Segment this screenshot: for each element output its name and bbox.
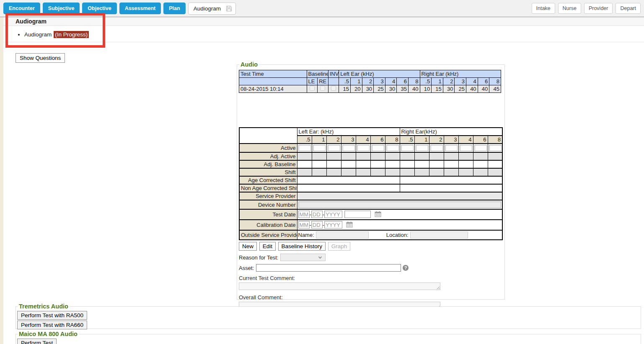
depart-button[interactable]: Depart: [616, 3, 641, 14]
audiogram-item-label: Audiogram: [24, 31, 52, 38]
edit-button[interactable]: Edit: [259, 242, 276, 251]
active-input[interactable]: [298, 145, 311, 151]
left-value: 35: [397, 85, 409, 93]
perform-test-ra660-button[interactable]: Perform Test with RA660: [17, 321, 87, 329]
detail-corner-cell: [239, 128, 297, 144]
active-input[interactable]: [445, 145, 458, 151]
active-input[interactable]: [401, 145, 414, 151]
current-test-comment-textarea[interactable]: [239, 282, 440, 290]
save-icon[interactable]: [226, 5, 232, 12]
plan-button[interactable]: Plan: [163, 3, 185, 14]
active-input[interactable]: [474, 145, 487, 151]
row-label-service-provider: Service Provider: [239, 192, 297, 200]
baseline-re-checkbox: [320, 86, 325, 91]
test-date-dd-input[interactable]: [311, 211, 323, 218]
row-label-adj-active: Adj. Active: [239, 152, 297, 160]
freq-header: 4: [458, 136, 473, 144]
right-value: 15: [432, 85, 443, 93]
left-value: 15: [339, 85, 351, 93]
resize-handle-icon[interactable]: [436, 285, 440, 289]
audio-fieldset: Audio Test Time Baseline INV Left Ear (k…: [237, 61, 505, 300]
active-input[interactable]: [386, 145, 399, 151]
calibration-date-dd-input[interactable]: [311, 221, 323, 228]
active-input[interactable]: [313, 145, 326, 151]
reason-for-test-select[interactable]: [280, 254, 326, 261]
active-input[interactable]: [460, 145, 472, 151]
freq-header: 1: [414, 136, 429, 144]
age-corrected-left-cell: [297, 176, 400, 184]
active-input[interactable]: [489, 145, 502, 151]
assessment-button[interactable]: Assessment: [119, 3, 161, 14]
provider-button[interactable]: Provider: [584, 3, 613, 14]
intake-button[interactable]: Intake: [532, 3, 555, 14]
subjective-button[interactable]: Subjective: [43, 3, 80, 14]
top-toolbar: Encounter Subjective Objective Assessmen…: [0, 0, 644, 17]
perform-test-button[interactable]: Perform Test: [17, 339, 57, 344]
non-age-corrected-right-cell: [400, 184, 502, 192]
freq-header: 6: [478, 78, 489, 85]
toolbar-right-group: Intake Nurse Provider Depart: [532, 3, 641, 14]
col-test-time: Test Time: [239, 70, 307, 78]
active-input[interactable]: [416, 145, 428, 151]
left-value: 25: [374, 85, 385, 93]
active-input[interactable]: [430, 145, 443, 151]
calibration-date-yyyy-input[interactable]: [324, 221, 342, 228]
baseline-le-cell: [307, 85, 318, 93]
active-input[interactable]: [342, 145, 355, 151]
freq-header: 1: [432, 78, 443, 85]
left-value: 20: [350, 85, 362, 93]
perform-test-ra500-button[interactable]: Perform Test with RA500: [17, 311, 87, 320]
freq-header: 6: [397, 78, 409, 85]
row-label-device-number: Device Number: [239, 200, 297, 209]
test-date-yyyy-input[interactable]: [324, 211, 342, 218]
asset-row: Asset: ?: [239, 264, 503, 272]
show-questions-button[interactable]: Show Questions: [16, 53, 65, 63]
active-input[interactable]: [328, 145, 340, 151]
audiogram-list: Audiogram(In Progress): [3, 26, 644, 42]
col-empty: [239, 78, 307, 85]
audio-actions: New Edit Baseline History Graph: [239, 242, 503, 251]
calibration-date-mm-input[interactable]: [298, 221, 310, 228]
freq-header: 6: [473, 136, 488, 144]
baseline-re-cell: [318, 85, 328, 93]
right-value: 25: [455, 85, 466, 93]
freq-header: 1: [350, 78, 362, 85]
freq-header: 4: [356, 136, 370, 144]
freq-header: 3: [444, 136, 458, 144]
calendar-icon[interactable]: [346, 221, 353, 229]
audiogram-list-item[interactable]: Audiogram(In Progress): [24, 31, 644, 38]
asset-input[interactable]: [256, 264, 401, 272]
test-time-input[interactable]: [344, 211, 371, 218]
graph-button: Graph: [328, 242, 351, 251]
baseline-history-button[interactable]: Baseline History: [278, 242, 326, 251]
encounter-button[interactable]: Encounter: [3, 3, 40, 14]
inv-checkbox: [331, 86, 336, 91]
detail-left-ear-header: Left Ear: (kHz): [297, 128, 400, 136]
col-le: LE: [307, 78, 318, 85]
help-icon[interactable]: ?: [403, 265, 409, 271]
nurse-button[interactable]: Nurse: [558, 3, 581, 14]
left-margin-strip: [0, 17, 3, 344]
freq-header: 2: [362, 78, 374, 85]
col-re: RE: [318, 78, 328, 85]
history-row[interactable]: 08-24-2015 10:14 15 20 30 25 30 35 40 10…: [239, 85, 501, 93]
reason-for-test-label: Reason for Test:: [239, 254, 278, 261]
freq-header: 3: [341, 136, 356, 144]
row-label-active: Active: [239, 144, 297, 152]
tab-audiogram[interactable]: Audiogram: [188, 3, 236, 15]
right-value: 40: [478, 85, 489, 93]
test-date-mm-input[interactable]: [298, 211, 310, 218]
active-input[interactable]: [372, 145, 384, 151]
right-value: 40: [466, 85, 478, 93]
osp-name-label: Name:: [298, 232, 314, 238]
maico-legend: Maico MA 800 Audio: [18, 331, 79, 337]
service-provider-value-cell: [297, 192, 502, 200]
non-age-corrected-left-cell: [297, 184, 400, 192]
tremetrics-legend: Tremetrics Audio: [18, 303, 70, 310]
spacer: [239, 93, 503, 127]
row-label-non-age-corrected-shift: Non Age Corrected Shift: [239, 184, 297, 192]
new-button[interactable]: New: [239, 242, 257, 251]
objective-button[interactable]: Objective: [82, 3, 116, 14]
active-input[interactable]: [357, 145, 370, 151]
calendar-icon[interactable]: [375, 211, 381, 218]
